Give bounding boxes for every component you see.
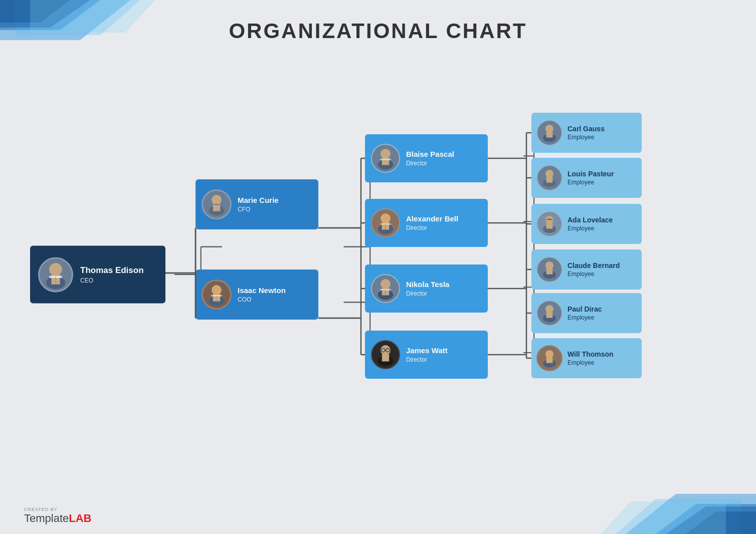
- cfo-role: CFO: [238, 206, 279, 213]
- employee-3-avatar: [536, 256, 562, 283]
- employee-0-role: Employee: [568, 134, 605, 141]
- ceo-name: Thomas Edison: [80, 265, 144, 276]
- employee-0-avatar: [536, 120, 562, 146]
- chart-area: Thomas Edison CEO Marie Curie CFO: [0, 55, 756, 494]
- svg-point-52: [381, 213, 391, 223]
- page-title: ORGANIZATIONAL CHART: [0, 19, 756, 43]
- employee-4-avatar: [536, 300, 562, 326]
- created-by-label: CREATED BY: [24, 507, 92, 512]
- cfo-avatar: [202, 189, 232, 219]
- director-2-name: Nikola Tesla: [406, 280, 449, 289]
- svg-point-71: [545, 170, 553, 178]
- director-1-avatar-icon: [372, 208, 399, 237]
- employee-3-role: Employee: [568, 271, 620, 278]
- brand-template: Template: [24, 512, 69, 524]
- director-3-name: James Watt: [406, 346, 448, 355]
- coo-name: Isaac Newton: [238, 286, 286, 295]
- director-3-avatar-icon: [372, 340, 399, 369]
- svg-point-48: [381, 149, 391, 159]
- ceo-role: CEO: [80, 277, 144, 284]
- svg-rect-76: [546, 223, 553, 228]
- coo-avatar-icon: [203, 280, 230, 310]
- coo-node: Isaac Newton COO: [196, 270, 318, 320]
- ceo-node: Thomas Edison CEO: [30, 246, 165, 304]
- employee-4-role: Employee: [568, 314, 602, 321]
- employee-2-role: Employee: [568, 225, 613, 232]
- svg-rect-73: [546, 177, 553, 182]
- employee-5-avatar-icon: [537, 345, 561, 371]
- employee-5-avatar: [536, 345, 562, 371]
- director-1-avatar: [371, 208, 400, 237]
- svg-rect-82: [546, 312, 553, 318]
- svg-point-68: [545, 125, 553, 133]
- employee-1-avatar: [536, 165, 562, 191]
- svg-point-80: [545, 305, 553, 313]
- svg-marker-11: [601, 501, 726, 534]
- director-0-node: Blaise Pascal Director: [365, 134, 488, 182]
- employee-1-node: Louis Pasteur Employee: [531, 158, 642, 198]
- employee-2-name: Ada Lovelace: [568, 216, 613, 224]
- cfo-node: Marie Curie CFO: [196, 179, 318, 229]
- brand-lab: LAB: [69, 512, 91, 524]
- coo-avatar: [202, 280, 232, 310]
- director-0-role: Director: [406, 160, 454, 167]
- svg-rect-51: [380, 159, 391, 160]
- svg-point-35: [49, 263, 62, 276]
- director-3-role: Director: [406, 356, 448, 363]
- svg-rect-64: [382, 354, 389, 361]
- svg-rect-85: [546, 357, 553, 363]
- brand-name: TemplateLAB: [24, 517, 92, 523]
- employee-3-avatar-icon: [537, 256, 561, 283]
- director-0-avatar: [371, 144, 400, 173]
- cfo-avatar-icon: [203, 189, 230, 219]
- employee-1-avatar-icon: [537, 165, 561, 191]
- employee-2-avatar-icon: [537, 211, 561, 237]
- director-3-avatar: [371, 340, 400, 369]
- employee-0-node: Carl Gauss Employee: [531, 113, 642, 153]
- employee-2-node: Ada Lovelace Employee: [531, 204, 642, 244]
- director-0-avatar-icon: [372, 144, 399, 173]
- coo-role: COO: [238, 296, 286, 303]
- employee-1-name: Louis Pasteur: [568, 170, 614, 178]
- svg-point-43: [212, 285, 222, 295]
- employee-1-role: Employee: [568, 179, 614, 186]
- director-2-avatar-icon: [372, 274, 399, 303]
- employee-4-name: Paul Dirac: [568, 305, 602, 314]
- svg-point-57: [381, 279, 391, 289]
- employee-5-node: Will Thomson Employee: [531, 338, 642, 378]
- director-2-node: Nikola Tesla Director: [365, 264, 488, 313]
- director-2-avatar: [371, 274, 400, 303]
- svg-rect-79: [546, 269, 553, 274]
- employee-3-node: Claude Bernard Employee: [531, 249, 642, 290]
- employee-3-name: Claude Bernard: [568, 261, 620, 270]
- director-1-role: Director: [406, 224, 458, 231]
- director-1-node: Alexander Bell Director: [365, 199, 488, 247]
- employee-4-node: Paul Dirac Employee: [531, 293, 642, 333]
- employee-4-avatar-icon: [537, 300, 561, 326]
- employee-5-role: Employee: [568, 359, 614, 366]
- watermark: CREATED BY TemplateLAB: [24, 507, 92, 525]
- employee-0-avatar-icon: [537, 120, 561, 146]
- employee-0-name: Carl Gauss: [568, 125, 605, 133]
- svg-rect-42: [213, 204, 220, 211]
- director-3-node: James Watt Director: [365, 331, 488, 379]
- cfo-name: Marie Curie: [238, 196, 279, 205]
- ceo-avatar-icon: [40, 257, 72, 292]
- employee-2-avatar: [536, 211, 562, 237]
- employee-5-name: Will Thomson: [568, 350, 614, 359]
- director-0-name: Blaise Pascal: [406, 150, 454, 159]
- director-2-role: Director: [406, 290, 449, 297]
- director-1-name: Alexander Bell: [406, 214, 458, 223]
- svg-rect-70: [546, 132, 553, 137]
- svg-point-83: [545, 350, 553, 358]
- svg-point-40: [212, 195, 222, 205]
- ceo-avatar: [38, 257, 73, 292]
- svg-point-77: [545, 261, 553, 270]
